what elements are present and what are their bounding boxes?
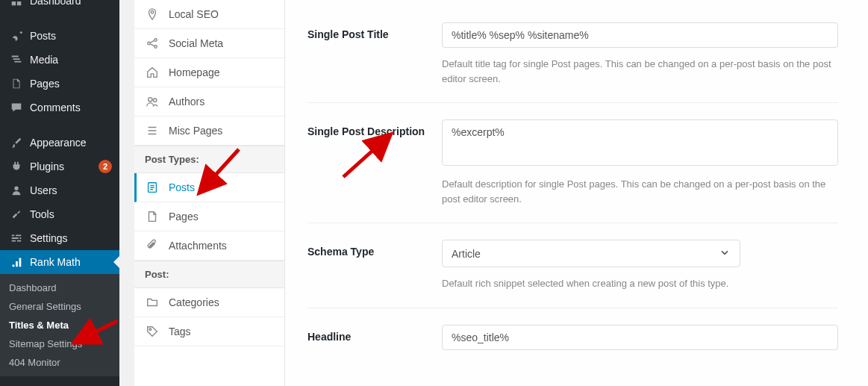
wp-admin-sidebar: Dashboard Posts Media Pages Comments App… — [0, 0, 119, 386]
nav-label: Comments — [30, 102, 112, 113]
tag-icon — [145, 325, 160, 338]
media-icon — [9, 53, 24, 66]
nav-comments[interactable]: Comments — [0, 96, 119, 119]
nav-label: Plugins — [30, 161, 93, 172]
tab-label: Tags — [169, 326, 191, 337]
nav-label: Dashboard — [30, 0, 112, 7]
attachment-icon — [145, 239, 160, 252]
nav-rank-math[interactable]: Rank Math — [0, 250, 119, 274]
single-post-title-input[interactable] — [442, 22, 838, 48]
authors-icon — [145, 95, 160, 108]
svg-point-2 — [154, 39, 157, 42]
field-label: Headline — [307, 325, 442, 343]
nav-label: Users — [30, 184, 112, 196]
nav-label: Pages — [30, 78, 112, 90]
users-icon — [9, 184, 24, 197]
pin-icon — [9, 29, 24, 43]
submenu-titles[interactable]: Titles & Meta — [0, 316, 119, 334]
tab-misc-pages[interactable]: Misc Pages — [134, 116, 284, 146]
submenu-general[interactable]: General Settings — [0, 297, 119, 316]
svg-point-1 — [148, 42, 151, 45]
tab-pages[interactable]: Pages — [134, 202, 284, 231]
list-icon — [145, 124, 160, 137]
tab-label: Homepage — [169, 66, 220, 78]
nav-posts[interactable]: Posts — [0, 24, 119, 48]
dashboard-icon — [9, 0, 24, 7]
field-label: Single Post Title — [307, 22, 442, 40]
rank-math-submenu: Dashboard General Settings Titles & Meta… — [0, 274, 119, 376]
separator — [0, 123, 119, 127]
tab-label: Attachments — [169, 240, 227, 252]
tab-label: Misc Pages — [169, 125, 222, 137]
nav-tools[interactable]: Tools — [0, 202, 119, 226]
nav-label: Media — [30, 54, 112, 66]
svg-point-4 — [149, 98, 152, 102]
settings-panel: Single Post Title Default title tag for … — [285, 0, 868, 386]
svg-point-3 — [154, 46, 157, 49]
field-schema-type: Schema Type Article Default rich snippet… — [307, 223, 838, 308]
submenu-sitemap[interactable]: Sitemap Settings — [0, 334, 119, 353]
rank-math-tabs-sidebar: Local SEO Social Meta Homepage Authors M… — [134, 0, 285, 386]
field-single-post-title: Single Post Title Default title tag for … — [307, 15, 838, 103]
chart-icon — [9, 255, 24, 269]
location-pin-icon — [145, 7, 160, 21]
brush-icon — [9, 136, 24, 149]
nav-label: Tools — [30, 208, 112, 220]
headline-input[interactable] — [442, 325, 838, 350]
share-icon — [145, 37, 160, 50]
field-label: Single Post Description — [307, 119, 442, 137]
svg-point-5 — [153, 99, 157, 102]
post-icon — [145, 181, 160, 194]
separator — [0, 16, 119, 20]
nav-appearance[interactable]: Appearance — [0, 131, 119, 155]
field-label: Schema Type — [307, 240, 442, 258]
tab-attachments[interactable]: Attachments — [134, 231, 284, 261]
svg-point-0 — [151, 11, 154, 14]
comments-icon — [9, 101, 24, 114]
nav-media[interactable]: Media — [0, 48, 119, 72]
update-badge: 2 — [99, 160, 112, 173]
field-headline: Headline — [307, 308, 838, 367]
tab-label: Categories — [169, 296, 219, 308]
nav-users[interactable]: Users — [0, 178, 119, 202]
field-description: Default title tag for single Post pages.… — [442, 57, 838, 86]
nav-label: Appearance — [30, 137, 112, 149]
nav-label: Settings — [30, 232, 112, 244]
submenu-dashboard[interactable]: Dashboard — [0, 278, 119, 297]
page-icon — [145, 210, 160, 223]
tab-categories[interactable]: Categories — [134, 288, 284, 317]
pages-icon — [9, 77, 24, 90]
schema-type-select[interactable]: Article — [442, 240, 740, 267]
svg-point-7 — [149, 329, 152, 331]
tab-local-seo[interactable]: Local SEO — [134, 0, 284, 29]
folder-icon — [145, 296, 160, 309]
nav-plugins[interactable]: Plugins 2 — [0, 155, 119, 178]
tab-authors[interactable]: Authors — [134, 87, 284, 116]
tab-label: Posts — [169, 181, 195, 193]
post-types-header: Post Types: — [134, 146, 284, 173]
nav-label: Rank Math — [30, 256, 112, 268]
select-value: Article — [452, 248, 481, 260]
post-tax-header: Post: — [134, 261, 284, 288]
tab-posts[interactable]: Posts — [134, 173, 284, 202]
tab-social-meta[interactable]: Social Meta — [134, 29, 284, 58]
tab-tags[interactable]: Tags — [134, 317, 284, 346]
nav-settings[interactable]: Settings — [0, 226, 119, 250]
sliders-icon — [9, 231, 24, 245]
tab-homepage[interactable]: Homepage — [134, 58, 284, 87]
nav-dashboard[interactable]: Dashboard — [0, 0, 119, 13]
single-post-description-input[interactable] — [442, 119, 838, 166]
submenu-404[interactable]: 404 Monitor — [0, 353, 119, 372]
plugin-icon — [9, 160, 24, 173]
tab-label: Local SEO — [169, 8, 219, 20]
tab-label: Authors — [169, 96, 204, 108]
tab-label: Social Meta — [169, 37, 223, 49]
tab-label: Pages — [169, 211, 199, 222]
chevron-down-icon — [719, 246, 731, 261]
field-description: Default description for single Post page… — [442, 177, 838, 206]
home-icon — [145, 66, 160, 79]
nav-label: Posts — [30, 30, 112, 42]
nav-pages[interactable]: Pages — [0, 72, 119, 96]
field-description: Default rich snippet selected when creat… — [442, 276, 838, 291]
tools-icon — [9, 208, 24, 221]
